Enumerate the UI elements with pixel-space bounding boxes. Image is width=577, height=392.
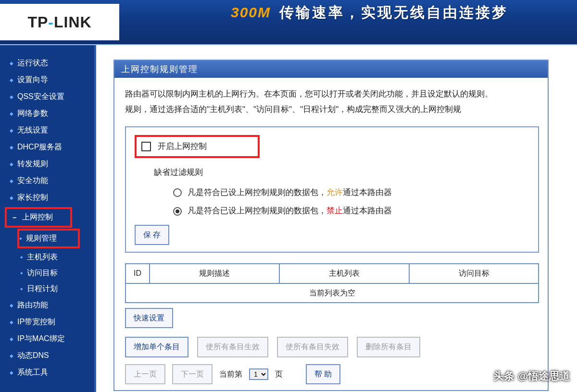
logo-right: LINK bbox=[54, 13, 92, 31]
logo: TP-LINK bbox=[0, 4, 119, 40]
nav-ipmac[interactable]: IP与MAC绑定 bbox=[4, 331, 94, 347]
nav-rule-mgmt[interactable]: 规则管理 bbox=[19, 231, 78, 246]
enable-all-button[interactable]: 使所有条目生效 bbox=[197, 337, 268, 357]
checkbox-icon[interactable] bbox=[141, 142, 151, 151]
help-button[interactable]: 帮 助 bbox=[306, 364, 340, 384]
nav-network[interactable]: 网络参数 bbox=[4, 105, 94, 122]
radio-allow[interactable]: 凡是符合已设上网控制规则的数据包，允许通过本路由器 bbox=[173, 185, 529, 200]
prev-page-button[interactable]: 上一页 bbox=[125, 364, 165, 384]
cur-page-suffix: 页 bbox=[275, 367, 283, 381]
header: TP-LINK 300M 传输速率，实现无线自由连接梦 bbox=[0, 0, 577, 45]
th-target: 访问目标 bbox=[409, 264, 539, 283]
disable-all-button[interactable]: 使所有条目失效 bbox=[277, 337, 348, 357]
nav-schedule[interactable]: 日程计划 bbox=[20, 281, 94, 297]
nav-ddns[interactable]: 动态DNS bbox=[4, 347, 94, 364]
logo-sep: - bbox=[48, 13, 54, 31]
nav-status[interactable]: 运行状态 bbox=[4, 55, 94, 72]
table-empty: 当前列表为空 bbox=[125, 283, 539, 303]
nav-access-control[interactable]: 上网控制 bbox=[7, 209, 70, 226]
panel-title: 上网控制规则管理 bbox=[114, 61, 548, 78]
banner-text: 传输速率，实现无线自由连接梦 bbox=[279, 4, 508, 20]
nav-system[interactable]: 系统工具 bbox=[4, 364, 94, 381]
page-select[interactable]: 1 bbox=[249, 368, 268, 380]
banner: 300M 传输速率，实现无线自由连接梦 bbox=[231, 3, 508, 23]
nav-routing[interactable]: 路由功能 bbox=[4, 297, 94, 314]
next-page-button[interactable]: 下一页 bbox=[172, 364, 213, 384]
nav-forward[interactable]: 转发规则 bbox=[4, 156, 94, 172]
nav-host-list[interactable]: 主机列表 bbox=[20, 249, 94, 265]
nav-wireless[interactable]: 无线设置 bbox=[4, 122, 94, 139]
cur-page-prefix: 当前第 bbox=[219, 367, 242, 381]
rules-table: ID 规则描述 主机列表 访问目标 当前列表为空 bbox=[125, 263, 539, 303]
content: 上网控制规则管理 路由器可以限制内网主机的上网行为。在本页面，您可以打开或者关闭… bbox=[96, 45, 577, 392]
enable-checkbox-row[interactable]: 开启上网控制 bbox=[135, 135, 260, 158]
settings-box: 开启上网控制 缺省过滤规则 凡是符合已设上网控制规则的数据包，允许通过本路由器 bbox=[125, 126, 539, 253]
sidebar: 运行状态 设置向导 QSS安全设置 网络参数 无线设置 DHCP服务器 转发规则… bbox=[0, 45, 96, 392]
pager: 上一页 下一页 当前第 1 页 帮 助 bbox=[125, 364, 539, 384]
nav-security[interactable]: 安全功能 bbox=[4, 172, 94, 189]
panel-desc: 路由器可以限制内网主机的上网行为。在本页面，您可以打开或者关闭此功能，并且设定默… bbox=[125, 86, 539, 118]
nav-target[interactable]: 访问目标 bbox=[20, 265, 94, 281]
add-entry-button[interactable]: 增加单个条目 bbox=[125, 337, 188, 357]
th-host: 主机列表 bbox=[279, 264, 409, 283]
main-panel: 上网控制规则管理 路由器可以限制内网主机的上网行为。在本页面，您可以打开或者关闭… bbox=[113, 60, 549, 391]
nav-parental[interactable]: 家长控制 bbox=[4, 189, 94, 206]
delete-all-button[interactable]: 删除所有条目 bbox=[357, 337, 420, 357]
radio-icon[interactable] bbox=[173, 188, 182, 197]
enable-label: 开启上网控制 bbox=[158, 139, 207, 154]
nav-qss[interactable]: QSS安全设置 bbox=[4, 88, 94, 105]
quick-setup-button[interactable]: 快速设置 bbox=[125, 308, 173, 328]
nav-dhcp[interactable]: DHCP服务器 bbox=[4, 139, 94, 156]
nav-bandwidth[interactable]: IP带宽控制 bbox=[4, 314, 94, 331]
banner-speed: 300M bbox=[231, 4, 271, 20]
nav-wizard[interactable]: 设置向导 bbox=[4, 72, 94, 88]
th-desc: 规则描述 bbox=[150, 264, 279, 283]
radio-icon[interactable] bbox=[173, 207, 182, 216]
th-id: ID bbox=[125, 264, 150, 283]
save-button[interactable]: 保 存 bbox=[135, 225, 169, 245]
radio-deny[interactable]: 凡是符合已设上网控制规则的数据包，禁止通过本路由器 bbox=[173, 203, 529, 219]
default-rule-label: 缺省过滤规则 bbox=[154, 165, 529, 180]
logo-left: TP bbox=[27, 13, 48, 31]
